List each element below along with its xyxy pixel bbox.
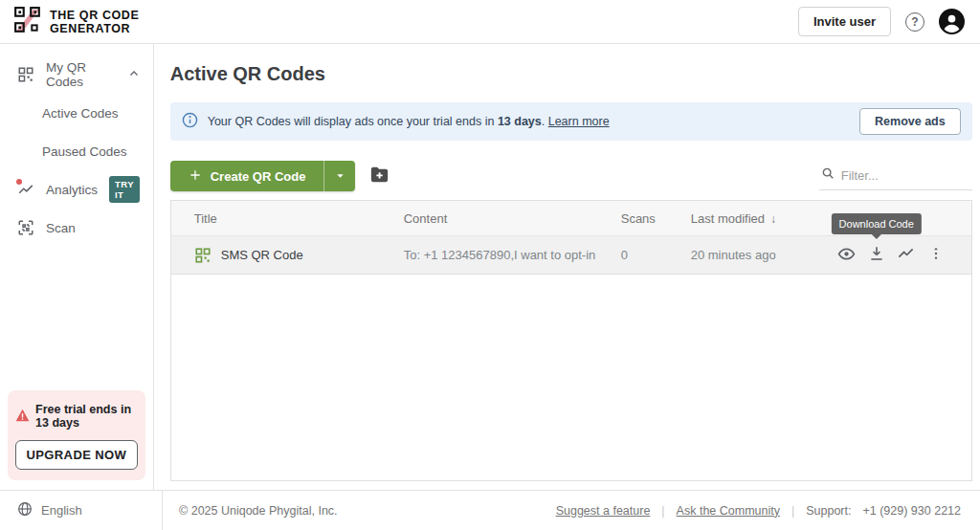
trial-warning-text: Free trial ends in 13 days	[35, 403, 138, 430]
sidebar-item-label: Scan	[46, 221, 76, 235]
main-content: Active QR Codes Your QR Codes will displ…	[154, 44, 980, 490]
footer-divider: |	[661, 504, 664, 518]
filter-box	[819, 162, 972, 190]
analytics-icon	[17, 181, 34, 198]
column-last-modified[interactable]: Last modified↓	[691, 211, 835, 226]
banner-text: Your QR Codes will display ads once your…	[208, 115, 610, 128]
app-header: THE QR CODE GENERATOR Invite user ?	[0, 0, 980, 44]
row-scans: 0	[621, 248, 691, 262]
sidebar-item-label: My QR Codes	[46, 60, 117, 89]
footer: English © 2025 Uniqode Phygital, Inc. Su…	[0, 490, 980, 530]
search-icon	[821, 166, 835, 184]
globe-icon	[17, 501, 33, 519]
kebab-menu-icon	[928, 246, 944, 264]
sidebar-item-scan[interactable]: Scan	[0, 209, 153, 247]
qr-code-icon	[194, 247, 212, 264]
folder-plus-icon	[369, 166, 390, 187]
sort-desc-icon: ↓	[770, 212, 776, 226]
create-folder-button[interactable]	[369, 166, 390, 187]
copyright: © 2025 Uniqode Phygital, Inc.	[179, 504, 338, 518]
row-content: To: +1 1234567890,I want to opt-in	[404, 248, 621, 262]
create-qr-dropdown-button[interactable]	[323, 161, 355, 191]
warning-triangle-icon	[15, 409, 30, 425]
sidebar-item-active-codes[interactable]: Active Codes	[0, 94, 153, 132]
remove-ads-button[interactable]: Remove ads	[859, 108, 961, 135]
column-scans: Scans	[621, 211, 691, 226]
upgrade-now-button[interactable]: UPGRADE NOW	[15, 440, 138, 470]
eye-icon	[837, 245, 856, 266]
row-title: SMS QR Code	[221, 248, 303, 262]
invite-user-button[interactable]: Invite user	[798, 7, 891, 36]
sidebar-item-label: Paused Codes	[42, 144, 127, 159]
download-icon	[868, 245, 885, 265]
column-title: Title	[194, 211, 404, 226]
plus-icon	[189, 168, 202, 185]
sidebar-item-analytics[interactable]: Analytics TRY IT	[0, 170, 153, 209]
qr-codes-icon	[17, 66, 34, 83]
trend-icon	[897, 245, 915, 266]
table-row[interactable]: SMS QR Code To: +1 1234567890,I want to …	[171, 236, 971, 275]
sidebar-item-paused-codes[interactable]: Paused Codes	[0, 132, 153, 170]
qr-logo-icon	[13, 6, 42, 38]
caret-down-icon	[335, 169, 345, 184]
toolbar: Create QR Code	[170, 161, 972, 191]
notification-dot	[16, 179, 22, 185]
logo-text: THE QR CODE GENERATOR	[50, 9, 139, 35]
trial-ads-banner: Your QR Codes will display ads once your…	[170, 102, 972, 141]
scan-icon	[17, 219, 34, 236]
trial-warning-box: Free trial ends in 13 days UPGRADE NOW	[8, 390, 145, 480]
create-qr-code-button[interactable]: Create QR Code	[170, 161, 324, 191]
language-selector[interactable]: English	[0, 491, 163, 530]
app-logo[interactable]: THE QR CODE GENERATOR	[13, 6, 139, 38]
sidebar-item-label: Analytics	[46, 183, 98, 197]
days-remaining: 13 days	[498, 115, 542, 128]
try-it-badge: TRY IT	[109, 176, 140, 203]
column-content: Content	[404, 211, 621, 226]
help-icon[interactable]: ?	[905, 12, 924, 32]
support-phone: +1 (929) 930 2212	[862, 504, 961, 518]
language-label: English	[41, 503, 82, 518]
preview-button[interactable]	[835, 243, 859, 268]
chevron-up-icon[interactable]	[128, 68, 140, 82]
filter-input[interactable]	[841, 168, 956, 183]
footer-divider: |	[791, 504, 794, 518]
sidebar: My QR Codes Active Codes Paused Codes An…	[0, 44, 154, 490]
trend-button[interactable]	[894, 243, 919, 268]
row-last-modified: 20 minutes ago	[691, 248, 835, 262]
page-title: Active QR Codes	[170, 63, 972, 85]
info-icon	[182, 112, 198, 132]
support-label: Support:	[806, 504, 851, 518]
sidebar-item-label: Active Codes	[42, 106, 119, 121]
download-button[interactable]: Download Code	[864, 243, 889, 268]
ask-community-link[interactable]: Ask the Community	[677, 504, 780, 518]
learn-more-link[interactable]: Learn more	[548, 115, 610, 128]
row-menu-button[interactable]	[924, 243, 948, 268]
sidebar-item-my-qr-codes[interactable]: My QR Codes	[0, 55, 153, 94]
suggest-feature-link[interactable]: Suggest a feature	[556, 504, 651, 518]
download-tooltip: Download Code	[832, 213, 922, 234]
avatar[interactable]	[939, 9, 965, 34]
qr-codes-table: Title Content Scans Last modified↓ SMS Q…	[170, 200, 972, 481]
